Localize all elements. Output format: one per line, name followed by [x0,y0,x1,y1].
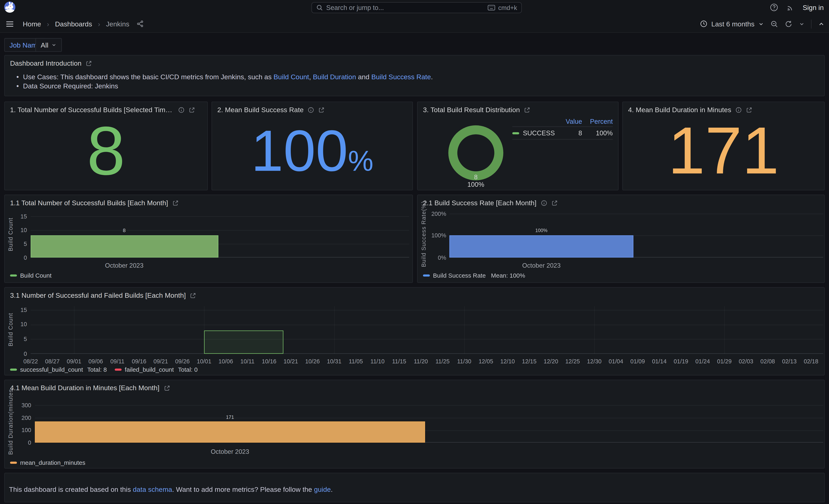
y-tick: 100 [14,427,31,433]
breadcrumb-home[interactable]: Home [23,20,41,28]
x-tick: 10/01 [197,358,212,364]
donut-value-label: 8 [418,173,534,181]
grafana-logo[interactable] [4,2,15,13]
keyboard-icon [488,5,496,10]
x-tick: 12/20 [544,358,558,364]
donut-chart-success[interactable] [448,125,504,180]
help-icon[interactable] [770,3,779,12]
x-tick: 10/31 [327,358,341,364]
x-tick: 11/25 [435,358,449,364]
x-tick: 01/04 [609,358,623,364]
y-tick: 100% [424,232,446,239]
x-axis-label: October 2023 [105,262,143,269]
panel-title: 4.1 Mean Build Duration in Minutes [Each… [10,384,159,392]
x-tick: 02/18 [804,358,819,364]
job-name-value: All [41,41,48,49]
x-tick: 09/11 [110,358,124,364]
bar-success-rate[interactable] [449,235,634,257]
refresh-icon[interactable] [785,20,792,28]
legend-swatch [423,274,430,276]
legend-col-value[interactable]: Value [559,118,582,125]
legend-item-mean-duration[interactable]: mean_duration_minutes [10,460,85,466]
legend-item-success-rate[interactable]: Build Success Rate Mean: 100% [423,272,525,279]
legend-total: Total: 0 [178,366,197,373]
x-tick: 01/19 [674,358,688,364]
legend-swatch [10,274,17,276]
sign-in-button[interactable]: Sign in [803,3,824,11]
chart-plot-area[interactable]: 100% [449,214,823,257]
panel-title: 2. Mean Build Success Rate [217,106,303,114]
external-link-icon[interactable] [164,385,170,391]
footer-segment: . Want to add more metrics? Please follo… [172,485,314,494]
x-tick: 09/16 [132,358,146,364]
y-tick: 0 [14,439,31,446]
chart-plot-area[interactable]: 171 [35,403,823,443]
link-data-schema[interactable]: data schema [133,485,172,494]
bar-mean-duration[interactable] [35,422,425,443]
legend-row-success[interactable]: SUCCESS 8 100% [512,127,613,140]
collapse-chevron-up-icon[interactable] [818,20,825,27]
info-icon[interactable] [308,107,314,113]
link-build-success-rate[interactable]: Build Success Rate [371,73,431,81]
time-range-picker[interactable]: Last 6 months [700,20,764,28]
external-link-icon[interactable] [551,200,557,206]
external-link-icon[interactable] [524,107,530,113]
external-link-icon[interactable] [190,292,196,298]
legend-series-name: SUCCESS [523,129,555,137]
shortcut-label: cmd+k [498,4,517,11]
donut-legend-table: Value Percent SUCCESS 8 100% [512,117,613,140]
news-rss-icon[interactable] [786,3,795,12]
link-build-count[interactable]: Build Count [274,73,309,81]
legend-item-failed[interactable]: failed_build_count Total: 0 [115,366,198,373]
chart-plot-area[interactable]: 08/22 08/27 09/01 09/06 09/11 09/16 09/2… [31,306,823,354]
chart-plot-area[interactable]: 8 [31,212,409,257]
external-link-icon[interactable] [318,107,325,113]
chevron-down-icon [758,21,764,27]
menu-hamburger-icon[interactable] [5,20,14,28]
search-icon [316,4,323,11]
logo-wave [5,6,8,9]
panel-build-result-distribution: 3. Total Build Result Distribution 8 100… [417,102,618,190]
chart-legend: mean_duration_minutes [10,460,85,466]
x-tick: 09/21 [153,358,168,364]
external-link-icon[interactable] [86,60,92,66]
x-tick: 12/15 [522,358,537,364]
legend-label: Build Success Rate [433,272,485,279]
external-link-icon[interactable] [172,200,179,206]
panel-title: Dashboard Introduction [10,59,81,67]
chart-legend: successful_build_count Total: 8 failed_b… [10,366,197,373]
bar-build-count[interactable] [31,235,218,257]
x-tick: 01/24 [695,358,710,364]
search-input[interactable]: Search or jump to... cmd+k [312,2,522,13]
panel-title: 1.1 Total Number of Successful Builds [E… [10,199,168,207]
bar-value-label: 171 [226,415,234,420]
bar-successful-builds[interactable] [204,330,283,354]
info-icon[interactable] [541,200,547,206]
legend-item-successful[interactable]: successful_build_count Total: 8 [10,366,107,373]
link-guide[interactable]: guide [314,485,331,494]
zoom-out-icon[interactable] [770,20,778,28]
bullet-dot: • [16,82,19,90]
link-build-duration[interactable]: Build Duration [313,73,356,81]
toolbar-divider [811,19,812,28]
breadcrumb-dashboards[interactable]: Dashboards [55,20,92,28]
panel-successful-failed-builds: 3.1 Number of Successful and Failed Buil… [4,287,825,375]
panel-title: 3.1 Number of Successful and Failed Buil… [10,291,186,299]
intro-text: Data Source Required: Jenkins [23,82,118,90]
chart-legend: Build Success Rate Mean: 100% [423,272,525,279]
breadcrumb-current: Jenkins [106,20,130,28]
intro-text: Use Cases: This dashboard shows the basi… [23,73,274,81]
y-axis-label: Build Duration(minutes [7,389,13,455]
y-tick: 0 [12,351,27,357]
external-link-icon[interactable] [189,107,195,113]
legend-col-percent[interactable]: Percent [582,118,613,125]
info-icon[interactable] [735,107,742,113]
refresh-interval-chevron-icon[interactable] [799,21,805,27]
legend-label: mean_duration_minutes [20,460,85,466]
variable-value-dropdown[interactable]: All [35,38,62,52]
share-icon[interactable] [136,20,143,28]
legend-item-build-count[interactable]: Build Count [10,272,51,279]
info-icon[interactable] [178,107,184,113]
external-link-icon[interactable] [746,107,752,113]
panel-total-successful-builds: 1. Total Number of Successful Builds [Se… [4,102,208,190]
